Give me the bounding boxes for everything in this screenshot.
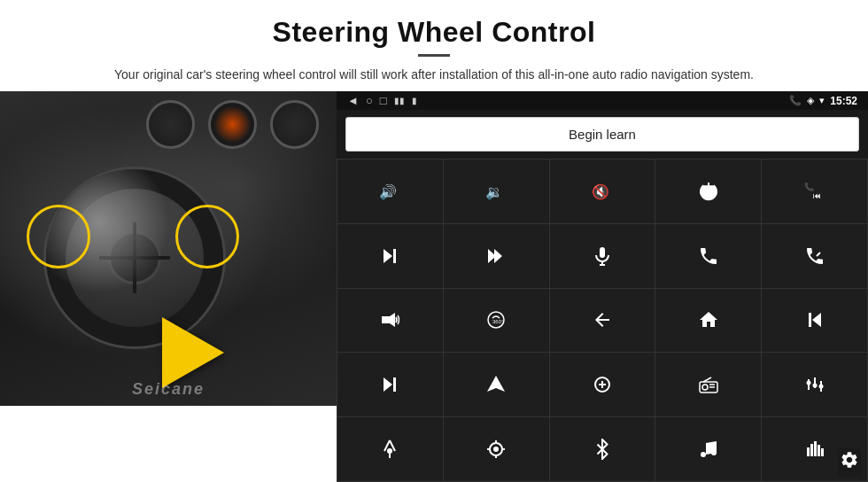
svg-point-24 (702, 385, 708, 390)
battery-icon: ▮ (412, 96, 417, 105)
status-bar-left: ◄ ○ □ ▮▮ ▮ (347, 94, 417, 107)
highlight-circle-left (27, 205, 90, 268)
ctrl-skip-fwd[interactable] (337, 353, 443, 416)
ctrl-horn[interactable] (337, 289, 443, 353)
phone-icon: 📞 (789, 95, 802, 106)
ctrl-prev-track[interactable] (762, 289, 867, 353)
gauge-left (146, 100, 195, 149)
status-bar-right: 📞 ◈ ▾ 15:52 (789, 95, 857, 107)
ctrl-back[interactable] (550, 289, 655, 353)
header: Steering Wheel Control Your original car… (0, 0, 868, 91)
ctrl-sliders[interactable] (762, 353, 867, 416)
svg-marker-19 (487, 376, 505, 392)
ctrl-hang-up[interactable] (762, 224, 867, 288)
ctrl-phone-end[interactable]: 📞 ⏮ (762, 159, 867, 223)
svg-marker-12 (383, 313, 395, 327)
svg-text:🔇: 🔇 (592, 183, 609, 200)
ctrl-mute[interactable]: 🔇 (550, 159, 655, 223)
ctrl-music-note[interactable] (655, 417, 761, 481)
svg-rect-48 (818, 445, 820, 456)
svg-text:🔉: 🔉 (485, 183, 503, 200)
svg-rect-49 (821, 448, 824, 456)
wifi-icon: ▾ (819, 95, 825, 106)
svg-point-38 (493, 447, 499, 452)
ctrl-360[interactable]: 360° (444, 289, 549, 353)
status-bar: ◄ ○ □ ▮▮ ▮ 📞 ◈ ▾ 15:52 (337, 91, 868, 110)
ctrl-vol-up[interactable]: 🔊 (337, 159, 443, 223)
nav-home-icon[interactable]: ○ (366, 94, 373, 107)
svg-marker-16 (812, 313, 821, 327)
ctrl-nav-arrow[interactable] (444, 353, 549, 416)
nav-recent-icon[interactable]: □ (380, 94, 387, 107)
highlight-circle-right (175, 205, 239, 268)
page-container: Steering Wheel Control Your original car… (0, 0, 868, 482)
ctrl-eq[interactable] (550, 353, 655, 416)
pointing-arrow (162, 317, 224, 388)
clock-display: 15:52 (830, 95, 857, 107)
control-grid: 🔊 🔉 🔇 📞 ⏮ (337, 159, 868, 482)
begin-learn-container: Begin learn (337, 110, 868, 159)
svg-rect-6 (393, 249, 396, 263)
svg-point-30 (806, 381, 810, 385)
svg-text:360°: 360° (492, 319, 504, 324)
gauge-center (208, 100, 257, 149)
ctrl-bluetooth[interactable] (550, 417, 655, 481)
svg-point-31 (812, 384, 817, 388)
gear-settings-icon[interactable] (838, 448, 861, 477)
ctrl-mic[interactable] (550, 224, 655, 288)
ctrl-next-track[interactable] (337, 224, 443, 288)
svg-point-43 (701, 452, 706, 457)
signal-bars-icon: ▮▮ (394, 96, 405, 105)
steering-photo: Seicane (0, 91, 337, 406)
content-area: Seicane ◄ ○ □ ▮▮ ▮ 📞 ◈ ▾ 15:52 (0, 91, 868, 482)
arrow-container (162, 317, 224, 388)
svg-rect-9 (600, 247, 605, 258)
location-icon: ◈ (807, 95, 814, 106)
ctrl-home[interactable] (655, 289, 761, 353)
spoke-horizontal (99, 256, 170, 260)
svg-marker-5 (384, 249, 392, 263)
begin-learn-button[interactable]: Begin learn (345, 117, 859, 152)
gauge-area (146, 100, 319, 149)
svg-text:⏮: ⏮ (813, 191, 821, 200)
svg-text:🔊: 🔊 (379, 183, 397, 200)
ctrl-vol-down[interactable]: 🔉 (444, 159, 549, 223)
svg-point-32 (818, 385, 823, 389)
title-divider (418, 54, 450, 57)
svg-marker-17 (384, 377, 392, 392)
hu-interface: ◄ ○ □ ▮▮ ▮ 📞 ◈ ▾ 15:52 Begin learn (337, 91, 868, 482)
ctrl-radio[interactable] (655, 353, 761, 416)
svg-rect-47 (814, 441, 817, 456)
svg-rect-18 (393, 377, 396, 392)
svg-point-35 (387, 448, 392, 454)
svg-point-44 (711, 450, 717, 455)
svg-rect-46 (810, 444, 813, 456)
gauge-right (270, 100, 319, 149)
ctrl-screen-off[interactable] (444, 417, 549, 481)
nav-back-icon[interactable]: ◄ (347, 94, 359, 107)
page-title: Steering Wheel Control (53, 16, 815, 49)
ctrl-phone-call[interactable] (655, 224, 761, 288)
ctrl-microphone2[interactable] (337, 417, 443, 481)
seicane-watermark: Seicane (132, 380, 205, 399)
svg-rect-45 (807, 447, 810, 456)
ctrl-power[interactable] (655, 159, 761, 223)
svg-marker-8 (494, 249, 502, 263)
ctrl-ff[interactable] (444, 224, 549, 288)
subtitle: Your original car's steering wheel contr… (89, 66, 779, 84)
svg-rect-15 (809, 313, 811, 327)
